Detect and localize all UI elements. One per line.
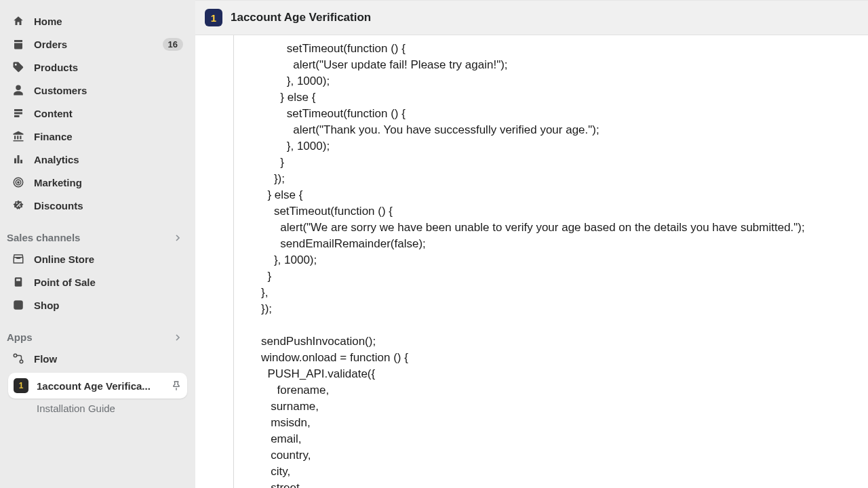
1account-app-icon: 1 [14, 378, 28, 393]
svg-rect-3 [15, 277, 22, 287]
pos-icon [12, 276, 24, 288]
shop-icon [12, 299, 24, 311]
nav-home-label: Home [34, 16, 183, 27]
chevron-right-icon [172, 232, 183, 243]
nav-marketing-label: Marketing [34, 177, 183, 188]
target-icon [12, 176, 24, 188]
code-block[interactable]: setTimeout(function () { alert("User upd… [261, 41, 860, 488]
orders-badge: 16 [163, 38, 183, 51]
topbar: 1 1account Age Verification [195, 0, 868, 35]
nav-online-store[interactable]: Online Store [5, 247, 190, 270]
nav-finance[interactable]: Finance [5, 125, 190, 148]
flow-icon [12, 352, 24, 365]
nav-customers[interactable]: Customers [5, 79, 190, 102]
nav-products-label: Products [34, 62, 183, 73]
nav-app-1account[interactable]: 1 1account Age Verifica... [8, 373, 187, 399]
bank-icon [12, 130, 24, 142]
home-icon [12, 15, 24, 27]
nav-pos[interactable]: Point of Sale [5, 270, 190, 293]
nav-marketing[interactable]: Marketing [5, 171, 190, 194]
nav-discounts-label: Discounts [34, 200, 183, 211]
pin-icon[interactable] [171, 380, 182, 391]
store-icon [12, 253, 24, 265]
nav-analytics-label: Analytics [34, 154, 183, 165]
nav-content-label: Content [34, 108, 183, 119]
section-sales-channels[interactable]: Sales channels [5, 225, 190, 247]
sidebar: Home Orders 16 Products Customers [0, 0, 195, 488]
nav-shop-label: Shop [34, 300, 183, 311]
nav-discounts[interactable]: Discounts [5, 194, 190, 217]
nav-online-store-label: Online Store [34, 253, 183, 265]
content-icon [12, 107, 24, 119]
sub-link-installation-guide[interactable]: Installation Guide [5, 399, 190, 418]
svg-rect-5 [14, 300, 23, 310]
nav-app-flow-label: Flow [34, 353, 183, 365]
nav-content[interactable]: Content [5, 102, 190, 125]
nav-products[interactable]: Products [5, 56, 190, 79]
nav-shop[interactable]: Shop [5, 293, 190, 317]
chevron-right-icon [172, 332, 183, 343]
section-apps-label: Apps [7, 331, 33, 343]
svg-point-7 [20, 360, 23, 363]
nav-app-flow[interactable]: Flow [5, 347, 190, 370]
orders-icon [12, 38, 24, 50]
nav-finance-label: Finance [34, 131, 183, 142]
analytics-icon [12, 153, 24, 165]
nav-pos-label: Point of Sale [34, 277, 183, 288]
content-area: setTimeout(function () { alert("User upd… [195, 35, 868, 488]
tag-icon [12, 61, 24, 73]
section-sales-channels-label: Sales channels [7, 232, 80, 243]
nav-orders-label: Orders [34, 39, 153, 50]
nav-home[interactable]: Home [5, 9, 190, 33]
svg-point-2 [18, 182, 19, 183]
discount-icon [12, 199, 24, 211]
1account-logo-icon: 1 [205, 9, 222, 26]
nav-orders[interactable]: Orders 16 [5, 33, 190, 56]
section-apps[interactable]: Apps [5, 325, 190, 347]
page-title: 1account Age Verification [231, 11, 371, 24]
nav-customers-label: Customers [34, 85, 183, 96]
svg-rect-4 [16, 279, 20, 281]
nav-analytics[interactable]: Analytics [5, 148, 190, 171]
svg-point-6 [14, 354, 17, 357]
nav-app-1account-label: 1account Age Verifica... [37, 380, 163, 392]
main: 1 1account Age Verification setTimeout(f… [195, 0, 868, 488]
person-icon [12, 84, 24, 96]
code-panel: setTimeout(function () { alert("User upd… [233, 35, 868, 488]
